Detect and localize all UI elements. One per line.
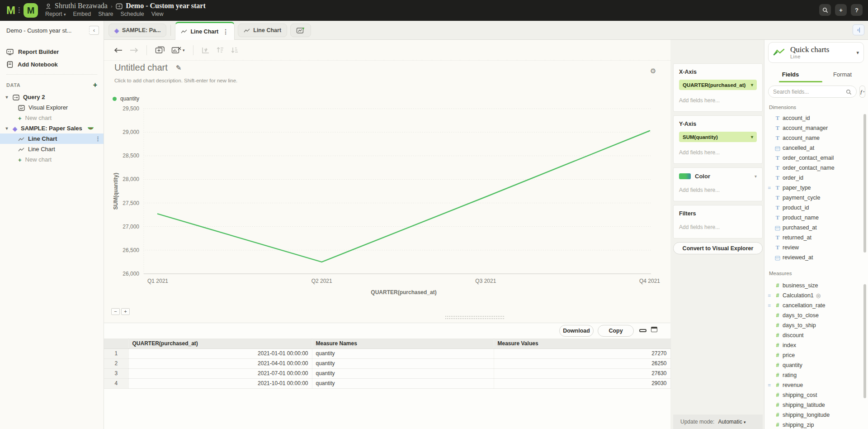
field-search[interactable] [768, 86, 857, 98]
field-item-rating[interactable]: # rating [764, 370, 862, 380]
tree-item-query-2-0[interactable]: ▾ Query 2 [0, 92, 104, 102]
chart-description-placeholder[interactable]: Click to add chart description. Shift-en… [114, 78, 237, 83]
y-axis-dropzone[interactable]: Add fields here... [679, 149, 757, 156]
field-item-revenue[interactable]: = # revenue [764, 380, 862, 390]
tree-item-line-chart-4[interactable]: Line Chart ⋮ [0, 133, 104, 144]
add-button[interactable]: + [835, 4, 847, 16]
field-item-quantity[interactable]: # quantity [764, 360, 862, 370]
zoom-in-button[interactable]: + [121, 308, 130, 315]
field-item-order_contact_email[interactable]: T order_contact_email [764, 153, 862, 163]
field-item-days_to_close[interactable]: # days_to_close [764, 310, 862, 320]
x-axis-field-pill[interactable]: QUARTER(purchased_at) ▾ [679, 80, 757, 90]
update-mode-select[interactable]: Automatic ▾ [718, 419, 745, 425]
tab-line-chart-2[interactable]: Line Chart [238, 24, 287, 37]
field-item-calculation1[interactable]: = # Calculation1 ◎ [764, 291, 862, 300]
zoom-out-button[interactable]: − [111, 308, 120, 315]
tab-line-chart-1[interactable]: Line Chart⋮ [175, 22, 235, 40]
chevron-collapse-icon[interactable]: ▾ [755, 174, 757, 179]
report-title[interactable]: Demo - Custom year start [126, 2, 206, 10]
tree-item-visual-explorer-1[interactable]: Visual Explorer [0, 102, 104, 113]
tab-fields[interactable]: Fields [764, 66, 816, 82]
field-item-reviewed_at[interactable]: reviewed_at [764, 253, 862, 262]
filters-dropzone[interactable]: Add fields here... [679, 224, 757, 230]
field-item-payment_cycle[interactable]: T payment_cycle [764, 193, 862, 203]
field-item-account_manager[interactable]: T account_manager [764, 123, 862, 133]
panel-resize-handle[interactable] [445, 316, 504, 319]
back-button[interactable] [114, 48, 123, 53]
menu-item-embed[interactable]: Embed [73, 11, 91, 17]
field-item-product_name[interactable]: T product_name [764, 213, 862, 223]
maximize-results-icon[interactable] [651, 327, 657, 332]
legend-item[interactable]: quantity [113, 95, 139, 102]
sidebar-item-add-notebook[interactable]: Add Notebook [0, 58, 104, 71]
field-item-purchased_at[interactable]: purchased_at [764, 223, 862, 233]
field-item-order_id[interactable]: T order_id [764, 173, 862, 183]
collapse-sidebar-button[interactable]: ‹ [89, 26, 99, 35]
field-item-cancellation_rate[interactable]: = # cancellation_rate [764, 300, 862, 310]
add-data-button[interactable]: + [93, 81, 97, 89]
field-item-product_id[interactable]: T product_id [764, 203, 862, 213]
menu-item-report[interactable]: Report ▾ [45, 11, 66, 17]
tree-item-line-chart-5[interactable]: Line Chart [0, 144, 104, 154]
add-chart-button[interactable] [155, 46, 165, 54]
tab-format[interactable]: Format [816, 66, 868, 82]
sidebar-report-title[interactable]: Demo - Custom year st... [6, 27, 71, 34]
field-item-account_name[interactable]: T account_name [764, 133, 862, 143]
download-button[interactable]: Download [559, 325, 594, 337]
y-axis-field-pill[interactable]: SUM(quantity) ▾ [679, 132, 757, 142]
tab-sample-pa--0[interactable]: ◈SAMPLE: Pa... [108, 24, 166, 37]
field-item-account_id[interactable]: T account_id [764, 113, 862, 123]
dimensions-scrollbar[interactable] [863, 114, 866, 253]
mode-logo[interactable]: M⋮ [6, 4, 23, 17]
field-item-discount[interactable]: # discount [764, 330, 862, 340]
chevron-down-icon[interactable]: ▾ [5, 95, 9, 100]
field-item-paper_type[interactable]: = T paper_type [764, 183, 862, 193]
x-axis-dropzone[interactable]: Add fields here... [679, 97, 757, 104]
copy-button[interactable]: Copy [598, 325, 634, 337]
field-item-order_contact_name[interactable]: T order_contact_name [764, 163, 862, 173]
chevron-down-icon[interactable]: ▾ [5, 126, 9, 131]
table-row: 2 2021-04-01 00:00:00 quantity 26250 [104, 358, 670, 368]
chart-title[interactable]: Untitled chart [114, 62, 168, 73]
field-item-business_size[interactable]: # business_size [764, 281, 862, 291]
field-item-cancelled_at[interactable]: cancelled_at [764, 143, 862, 153]
convert-to-visual-explorer-button[interactable]: Convert to Visual Explorer [673, 242, 763, 254]
chart-settings-gear-icon[interactable]: ⚙ [650, 67, 656, 75]
menu-item-schedule[interactable]: Schedule [121, 11, 144, 17]
menu-item-view[interactable]: View [151, 11, 164, 17]
tree-item-sample-paper-sales-3[interactable]: ▾ ◈ SAMPLE: Paper Sales [0, 123, 104, 133]
color-palette-swatch[interactable] [679, 173, 691, 179]
tree-item-new-chart-6[interactable]: + New chart [0, 154, 104, 165]
shelf-panel: X-Axis QUARTER(purchased_at) ▾ Add field… [673, 63, 763, 254]
menu-item-share[interactable]: Share [98, 11, 113, 17]
field-item-shipping_zip[interactable]: # shipping_zip [764, 420, 862, 429]
new-chart-tab-button[interactable] [290, 24, 311, 37]
search-fields-input[interactable] [773, 89, 843, 95]
tab-menu-icon[interactable]: ⋮ [222, 28, 229, 35]
remove-chart-button[interactable]: ▾ [171, 46, 185, 54]
measures-scrollbar[interactable] [863, 284, 866, 398]
field-item-index[interactable]: # index [764, 340, 862, 350]
field-item-shipping_longitude[interactable]: # shipping_longitude [764, 410, 862, 420]
item-menu-icon[interactable]: ⋮ [95, 135, 101, 142]
tree-item-new-chart-2[interactable]: + New chart [0, 113, 104, 123]
field-item-price[interactable]: # price [764, 350, 862, 360]
field-item-review[interactable]: T review [764, 243, 862, 253]
color-dropzone[interactable]: Add fields here... [679, 187, 757, 193]
field-item-shipping_cost[interactable]: # shipping_cost [764, 390, 862, 400]
help-button[interactable]: ? [851, 4, 863, 16]
field-item-returned_at[interactable]: T returned_at [764, 233, 862, 243]
search-button[interactable] [819, 4, 831, 16]
minimize-results-icon[interactable] [639, 329, 646, 332]
watermelon-emoji [88, 125, 94, 132]
breadcrumb-user[interactable]: Shruthi Bezawada [55, 2, 108, 10]
field-item-days_to_ship[interactable]: # days_to_ship [764, 320, 862, 330]
edit-title-icon[interactable]: ✎ [176, 64, 182, 72]
quick-charts-selector[interactable]: Quick charts Line ▾ [768, 42, 864, 63]
workspace-logo-tile[interactable]: M [24, 3, 38, 18]
add-formula-button[interactable]: ƒ+ [859, 86, 865, 98]
y-axis-shelf: Y-Axis SUM(quantity) ▾ Add fields here..… [673, 115, 763, 164]
sidebar-item-report-builder[interactable]: Report Builder [0, 45, 104, 58]
field-item-shipping_latitude[interactable]: # shipping_latitude [764, 400, 862, 410]
expand-panel-button[interactable]: ‹ [853, 24, 864, 35]
